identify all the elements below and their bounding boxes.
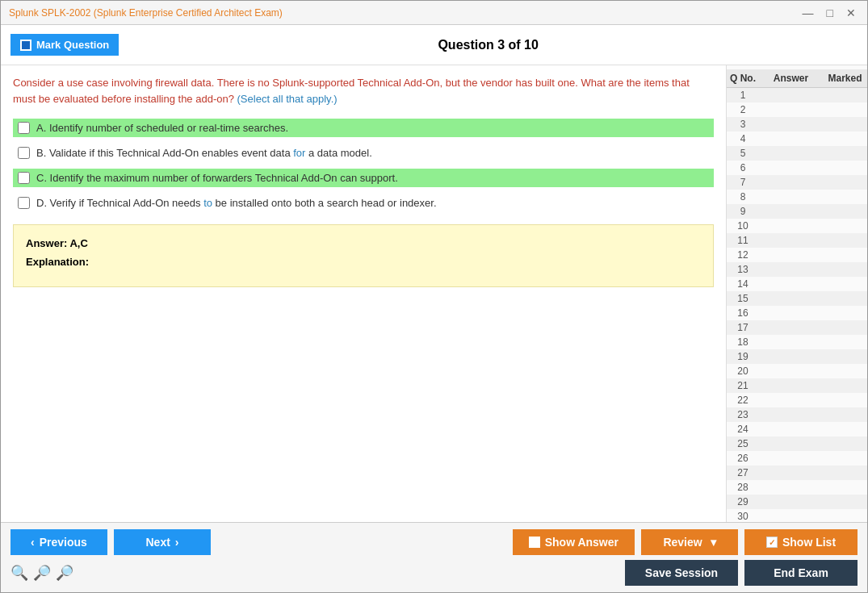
review-dropdown-icon: ▾ [711,536,716,549]
sidebar-qno: 28 [727,482,759,493]
sidebar-item[interactable]: 24 [727,422,867,436]
show-list-label: Show List [782,536,836,549]
review-button[interactable]: Review ▾ [641,529,738,555]
title-bar: Splunk SPLK-2002 (Splunk Enterprise Cert… [1,1,867,25]
sidebar-qno: 8 [727,191,759,203]
end-exam-label: End Exam [774,566,828,579]
zoom-out-icon[interactable]: 🔎 [56,564,73,582]
sidebar-col-answer: Answer [759,73,823,84]
zoom-controls: 🔍 🔎 🔎 [10,564,73,582]
sidebar-qno: 21 [727,380,759,391]
sidebar-qno: 14 [727,278,759,290]
title-normal: Splunk SPLK-2002 [9,7,94,19]
question-text: Consider a use case involving firewall d… [13,75,714,106]
show-list-checkbox-icon: ✓ [766,537,778,548]
sidebar-item[interactable]: 2 [727,102,867,117]
sidebar-item[interactable]: 11 [727,233,867,248]
sidebar-qno: 10 [727,220,759,232]
sidebar-item[interactable]: 7 [727,175,867,190]
sidebar-item[interactable]: 1 [727,88,867,102]
sidebar-qno: 18 [727,336,759,348]
sidebar-item[interactable]: 25 [727,436,867,451]
sidebar-qno: 3 [727,119,759,130]
zoom-fit-icon[interactable]: 🔎 [33,564,51,582]
content-area: Consider a use case involving firewall d… [1,65,867,522]
maximize-icon[interactable]: □ [824,6,837,19]
sidebar-item[interactable]: 15 [727,291,867,306]
option-d: D. Verify if Technical Add-On needs to b… [13,194,714,212]
zoom-in-icon[interactable]: 🔍 [10,564,28,582]
option-b-text: B. Validate if this Technical Add-On ena… [36,147,372,159]
sidebar-rows: 1 2 3 4 5 6 7 8 9 10 11 [727,88,867,522]
title-bar-controls: — □ ✕ [799,6,859,19]
sidebar-item[interactable]: 6 [727,161,867,175]
next-button[interactable]: Next › [114,529,211,555]
checkbox-a[interactable] [18,122,30,134]
question-body: Consider a use case involving firewall d… [13,77,690,105]
sidebar-item[interactable]: 4 [727,132,867,146]
option-b: B. Validate if this Technical Add-On ena… [13,144,714,162]
previous-label: Previous [40,536,87,549]
sidebar-item[interactable]: 12 [727,248,867,262]
next-label: Next [145,536,170,549]
sidebar-item[interactable]: 13 [727,262,867,277]
sidebar-item[interactable]: 14 [727,277,867,291]
sidebar-qno: 22 [727,395,759,406]
sidebar-qno: 24 [727,424,759,435]
sidebar-item[interactable]: 17 [727,320,867,335]
sidebar-item[interactable]: 3 [727,117,867,132]
mark-question-label: Mark Question [36,39,109,51]
close-icon[interactable]: ✕ [843,6,859,19]
sidebar-item[interactable]: 18 [727,335,867,349]
sidebar-item[interactable]: 23 [727,407,867,422]
prev-chevron-icon: ‹ [31,536,35,549]
sidebar-qno: 12 [727,249,759,261]
title-bar-text: Splunk SPLK-2002 (Splunk Enterprise Cert… [9,7,283,19]
checkbox-d[interactable] [18,197,30,209]
option-d-text: D. Verify if Technical Add-On needs to b… [36,197,437,209]
sidebar-item[interactable]: 28 [727,480,867,495]
sidebar-qno: 19 [727,351,759,362]
previous-button[interactable]: ‹ Previous [10,529,107,555]
sidebar-item[interactable]: 27 [727,466,867,480]
show-answer-label: Show Answer [545,536,619,549]
minimize-icon[interactable]: — [799,6,817,19]
sidebar-item[interactable]: 26 [727,451,867,466]
sidebar-qno: 5 [727,148,759,159]
sidebar-qno: 20 [727,365,759,377]
checkbox-c[interactable] [18,172,30,184]
sidebar-qno: 2 [727,104,759,115]
sidebar-qno: 26 [727,453,759,464]
sidebar-item[interactable]: 5 [727,146,867,161]
next-chevron-icon: › [175,536,179,549]
answer-box: Answer: A,C Explanation: [13,224,714,287]
sidebar-col-qno: Q No. [727,73,759,84]
sidebar-item[interactable]: 16 [727,306,867,320]
save-session-button[interactable]: Save Session [625,560,738,586]
show-answer-button[interactable]: Show Answer [513,529,635,555]
action-bar: 🔍 🔎 🔎 Save Session End Exam [10,560,858,586]
end-exam-button[interactable]: End Exam [744,560,858,586]
sidebar-item[interactable]: 9 [727,204,867,219]
mark-question-button[interactable]: Mark Question [10,34,119,56]
explanation-label: Explanation: [26,256,89,268]
sidebar-item[interactable]: 30 [727,509,867,522]
sidebar-item[interactable]: 29 [727,495,867,509]
bottom-bar: ‹ Previous Next › Show Answer Review ▾ ✓… [1,522,867,592]
sidebar-item[interactable]: 22 [727,393,867,407]
review-label: Review [663,536,702,549]
answer-text: Answer: A,C [26,237,701,249]
mark-checkbox-icon [20,40,31,51]
sidebar-item[interactable]: 21 [727,378,867,393]
sidebar-item[interactable]: 20 [727,364,867,378]
sidebar-item[interactable]: 8 [727,190,867,204]
sidebar-qno: 7 [727,177,759,188]
sidebar-qno: 30 [727,511,759,522]
checkbox-b[interactable] [18,147,30,159]
sidebar-col-marked: Marked [823,73,867,84]
sidebar-item[interactable]: 19 [727,349,867,364]
option-c-text: C. Identify the maximum number of forwar… [36,172,398,184]
show-list-button[interactable]: ✓ Show List [744,529,858,555]
sidebar-item[interactable]: 10 [727,219,867,233]
sidebar-qno: 1 [727,90,759,101]
